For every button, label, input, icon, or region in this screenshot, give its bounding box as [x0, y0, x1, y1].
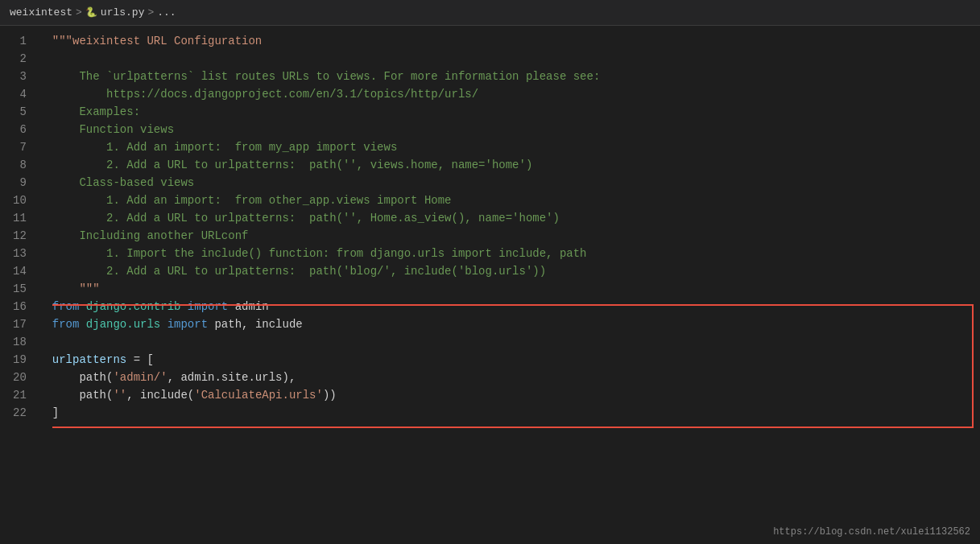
- code-line: Examples:: [52, 103, 967, 121]
- editor-area: 12345678910111213141516171819202122 """w…: [0, 26, 980, 544]
- code-line: [52, 50, 967, 68]
- code-line: Including another URLconf: [52, 227, 967, 245]
- title-bar: weixintest > 🐍 urls.py > ...: [0, 0, 980, 26]
- line-number: 18: [13, 333, 39, 351]
- code-line: The `urlpatterns` list routes URLs to vi…: [52, 68, 967, 85]
- code-line: Function views: [52, 121, 967, 138]
- code-line: 1. Add an import: from other_app.views i…: [52, 192, 967, 209]
- line-number: 9: [13, 174, 39, 192]
- line-number: 13: [13, 245, 39, 262]
- line-numbers: 12345678910111213141516171819202122: [0, 32, 52, 538]
- code-line: Class-based views: [52, 174, 967, 192]
- line-number: 11: [13, 209, 39, 227]
- line-number: 8: [13, 156, 39, 174]
- code-line: urlpatterns = [: [52, 351, 967, 369]
- line-number: 19: [13, 351, 39, 369]
- watermark: https://blog.csdn.net/xulei1132562: [773, 526, 970, 538]
- code-line: 2. Add a URL to urlpatterns: path('', vi…: [52, 156, 967, 174]
- line-number: 6: [13, 121, 39, 138]
- code-line: 1. Add an import: from my_app import vie…: [52, 138, 967, 156]
- breadcrumb-file[interactable]: urls.py: [101, 6, 145, 19]
- line-number: 22: [13, 404, 39, 422]
- code-line: ]: [52, 404, 967, 422]
- code-line: https://docs.djangoproject.com/en/3.1/to…: [52, 85, 967, 103]
- code-line: 2. Add a URL to urlpatterns: path('', Ho…: [52, 209, 967, 227]
- line-number: 20: [13, 369, 39, 386]
- line-number: 14: [13, 262, 39, 280]
- code-line: 1. Import the include() function: from d…: [52, 245, 967, 262]
- code-line: from django.urls import path, include: [52, 315, 967, 333]
- code-line: 2. Add a URL to urlpatterns: path('blog/…: [52, 262, 967, 280]
- line-number: 21: [13, 386, 39, 404]
- code-line: path('admin/', admin.site.urls),: [52, 369, 967, 386]
- line-number: 12: [13, 227, 39, 245]
- code-line: path('', include('CalculateApi.urls')): [52, 386, 967, 404]
- line-number: 10: [13, 192, 39, 209]
- breadcrumb-sep-1: >: [76, 6, 82, 19]
- line-number: 15: [13, 280, 39, 298]
- line-number: 4: [13, 85, 39, 103]
- code-line: """: [52, 280, 967, 298]
- line-number: 2: [13, 50, 39, 68]
- line-number: 5: [13, 103, 39, 121]
- line-number: 3: [13, 68, 39, 85]
- breadcrumb-sep-2: >: [147, 6, 154, 19]
- breadcrumb-folder: weixintest: [10, 6, 72, 19]
- file-icon: 🐍: [85, 6, 97, 19]
- breadcrumb-ellipsis: ...: [157, 6, 176, 19]
- code-container: 12345678910111213141516171819202122 """w…: [0, 26, 980, 544]
- code-line: """weixintest URL Configuration: [52, 32, 967, 50]
- code-line: from django.contrib import admin: [52, 298, 967, 315]
- line-number: 1: [13, 32, 39, 50]
- line-number: 7: [13, 138, 39, 156]
- breadcrumb: weixintest > 🐍 urls.py > ...: [10, 6, 176, 19]
- line-number: 17: [13, 315, 39, 333]
- code-content: """weixintest URL Configuration The `url…: [52, 32, 980, 538]
- line-number: 16: [13, 298, 39, 315]
- code-line: [52, 333, 967, 351]
